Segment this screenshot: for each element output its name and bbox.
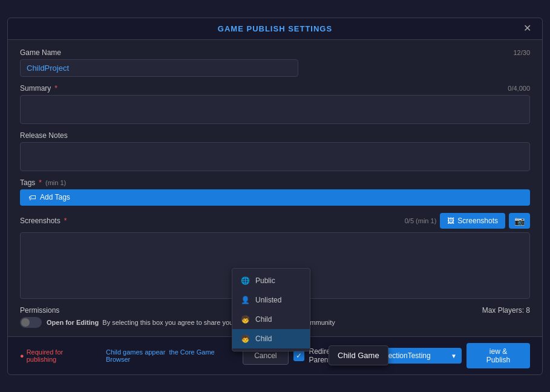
modal-header: GAME PUBLISH SETTINGS ✕ — [8, 18, 542, 40]
screenshots-buttons: 0/5 (min 1) 🖼 Screenshots 📷 — [405, 213, 530, 229]
summary-group: Summary * 0/4,000 — [20, 84, 530, 124]
dropdown-item-public[interactable]: 🌐 Public — [232, 271, 310, 290]
dropdown-item-child2[interactable]: 🧒 Child — [232, 329, 310, 348]
camera-icon: 📷 — [514, 216, 525, 226]
tags-label: Tags * (min 1) — [20, 178, 530, 187]
screenshots-header: Screenshots * 0/5 (min 1) 🖼 Screenshots … — [20, 213, 530, 229]
dropdown-item-unlisted[interactable]: 👤 Unlisted — [232, 290, 310, 310]
game-name-row: Game Name 12/30 — [20, 48, 530, 57]
dropdown-item-child1[interactable]: 🧒 Child — [232, 310, 310, 329]
release-notes-group: Release Notes — [20, 131, 530, 171]
permission-dropdown: 🌐 Public 👤 Unlisted 🧒 Child 🧒 Child — [232, 268, 310, 351]
game-publish-modal: GAME PUBLISH SETTINGS ✕ Game Name 12/30 … — [7, 18, 543, 375]
screenshots-count: 0/5 (min 1) — [405, 217, 437, 224]
screenshots-btn-icon: 🖼 — [447, 217, 454, 225]
modal-title: GAME PUBLISH SETTINGS — [218, 24, 332, 33]
publish-label: iew & Publish — [486, 347, 510, 364]
summary-label: Summary * — [20, 84, 57, 93]
modal-footer: ● Required for publishing Child games ap… — [8, 336, 542, 374]
child-icon-2: 🧒 — [240, 333, 250, 344]
child-games-link[interactable]: Child games appear the Core Game Browser — [106, 348, 237, 363]
required-note: ● Required for publishing — [20, 348, 93, 363]
release-notes-input[interactable] — [20, 142, 530, 171]
game-name-group: Game Name 12/30 — [20, 48, 530, 77]
add-tags-button[interactable]: 🏷 Add Tags — [20, 189, 530, 206]
publish-button[interactable]: iew & Publish — [467, 343, 530, 368]
screenshots-label: Screenshots * — [20, 217, 67, 225]
camera-button[interactable]: 📷 — [509, 213, 530, 229]
release-notes-label: Release Notes — [20, 131, 530, 140]
globe-icon: 🌐 — [240, 275, 250, 286]
redirect-checkbox[interactable]: ✓ — [293, 350, 304, 361]
child-icon-1: 🧒 — [240, 314, 250, 325]
game-name-label: Game Name — [20, 48, 61, 57]
toggle-knob — [21, 318, 30, 327]
game-name-char-count: 12/30 — [513, 49, 530, 56]
tags-group: Tags * (min 1) 🏷 Add Tags — [20, 178, 530, 206]
open-for-editing-toggle[interactable] — [20, 317, 42, 328]
child-game-tooltip: Child Game — [329, 345, 388, 365]
game-name-input[interactable] — [20, 59, 298, 77]
screenshots-button[interactable]: 🖼 Screenshots — [440, 213, 505, 229]
close-button[interactable]: ✕ — [520, 22, 535, 34]
permissions-label: Permissions — [20, 306, 59, 315]
summary-row: Summary * 0/4,000 — [20, 84, 530, 93]
max-players: Max Players: 8 — [482, 306, 530, 315]
tag-icon: 🏷 — [28, 193, 36, 202]
summary-char-count: 0/4,000 — [508, 85, 530, 92]
summary-input[interactable] — [20, 95, 530, 124]
person-icon: 👤 — [240, 295, 250, 305]
